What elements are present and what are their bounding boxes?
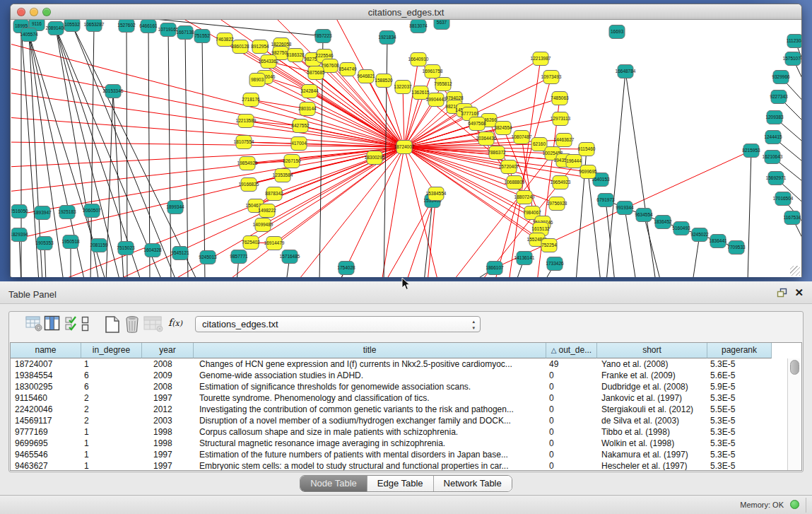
table-cell[interactable]: 1: [81, 358, 142, 370]
graph-edge[interactable]: [403, 87, 404, 147]
new-table-icon[interactable]: [103, 315, 122, 334]
table-cell[interactable]: 0: [546, 415, 597, 426]
graph-node[interactable]: 2060507: [83, 204, 101, 218]
table-cell[interactable]: 0: [546, 392, 597, 404]
graph-node[interactable]: 8427552: [291, 119, 310, 133]
graph-edge[interactable]: [404, 100, 436, 147]
graph-node[interactable]: 20153346: [103, 85, 124, 98]
table-cell[interactable]: 1: [81, 438, 142, 449]
graph-edge[interactable]: [606, 71, 625, 277]
table-row[interactable]: 2242004622012Investigating the contribut…: [11, 404, 772, 415]
graph-node[interactable]: 752254: [541, 239, 557, 252]
table-cell[interactable]: 9777169: [11, 426, 81, 438]
table-cell[interactable]: 1998: [142, 438, 194, 449]
table-cell[interactable]: 0: [546, 404, 597, 415]
graph-node[interactable]: 14463627: [554, 134, 575, 147]
graph-edge[interactable]: [72, 25, 177, 277]
table-cell[interactable]: Wolkin et al. (1998): [597, 438, 707, 449]
graph-node[interactable]: 1167534: [784, 211, 801, 225]
network-window[interactable]: citations_edges.txt 18995911620891406105…: [10, 4, 802, 277]
table-cell[interactable]: 2009: [142, 370, 194, 381]
table-cell[interactable]: 6: [81, 370, 142, 381]
graph-node[interactable]: 15716485: [280, 250, 300, 264]
graph-edge[interactable]: [404, 59, 418, 147]
graph-node[interactable]: 6466161: [139, 20, 158, 33]
graph-node[interactable]: 1921834: [378, 31, 396, 45]
network-canvas[interactable]: 1899591162089140610553210653287152760264…: [11, 20, 801, 277]
table-row[interactable]: 1872400712008Changes of HCN gene express…: [11, 358, 772, 370]
graph-node[interactable]: 9646821: [357, 70, 375, 83]
graph-edge[interactable]: [748, 151, 751, 277]
graph-node[interactable]: 8878342: [265, 187, 283, 201]
table-cell[interactable]: Hescheler et al. (1997): [597, 460, 707, 471]
graph-node[interactable]: 1754028: [337, 262, 355, 275]
graph-node[interactable]: 2803144: [298, 103, 317, 116]
table-cell[interactable]: 5.6E-5: [707, 370, 772, 381]
graph-node[interactable]: 2718176: [242, 93, 260, 107]
window-titlebar[interactable]: citations_edges.txt: [11, 4, 801, 20]
graph-node[interactable]: 17016504: [773, 192, 794, 206]
table-cell[interactable]: 5.3E-5: [707, 460, 772, 471]
table-cell[interactable]: 0: [546, 426, 597, 438]
table-cell[interactable]: 0: [546, 381, 597, 392]
graph-edge[interactable]: [11, 147, 404, 167]
column-header-title[interactable]: title: [194, 343, 546, 358]
table-cell[interactable]: 9115460: [11, 392, 81, 404]
graph-node[interactable]: 16961758: [423, 65, 443, 78]
graph-node[interactable]: 3242844: [300, 85, 319, 98]
table-select-dropdown[interactable]: citations_edges.txt ▴▾: [195, 316, 481, 332]
network-graph[interactable]: 1899591162089140610553210653287152760264…: [11, 20, 801, 277]
graph-node[interactable]: 10653287: [84, 20, 105, 32]
graph-node[interactable]: 19854925: [237, 157, 258, 170]
graph-node[interactable]: 10973493: [541, 71, 562, 84]
table-cell[interactable]: 1997: [142, 392, 194, 404]
table-cell[interactable]: Structural magnetic resonance image aver…: [194, 438, 546, 449]
graph-edge[interactable]: [11, 147, 404, 192]
graph-node[interactable]: 19166825: [239, 178, 259, 192]
graph-node[interactable]: 12213589: [236, 115, 257, 128]
table-cell[interactable]: 1997: [142, 460, 194, 471]
graph-node[interactable]: 8813074: [409, 20, 428, 33]
graph-node[interactable]: 1667138: [176, 26, 194, 40]
function-builder-icon[interactable]: f(x): [168, 317, 182, 328]
table-cell[interactable]: 49: [546, 358, 597, 370]
graph-node[interactable]: 19904443: [426, 93, 447, 107]
graph-node[interactable]: 1866107: [486, 262, 504, 275]
graph-node[interactable]: 5875685: [307, 66, 325, 80]
table-cell[interactable]: 5.3E-5: [707, 358, 772, 370]
graph-node[interactable]: 5637: [434, 20, 449, 30]
table-row[interactable]: 977716911998Corpus callosum shape and si…: [11, 426, 772, 438]
graph-node[interactable]: 8186328: [286, 49, 305, 62]
table-cell[interactable]: 0: [546, 449, 597, 460]
table-cell[interactable]: 2: [81, 404, 142, 415]
graph-node[interactable]: 7625402: [242, 236, 260, 250]
graph-node[interactable]: 98903: [249, 74, 265, 87]
graph-node[interactable]: 9245013: [199, 251, 217, 264]
table-cell[interactable]: 18300295: [11, 381, 81, 392]
table-cell[interactable]: Yano et al. (2008): [597, 358, 707, 370]
graph-node[interactable]: 7515023: [117, 242, 135, 255]
graph-node[interactable]: 1588520: [375, 74, 393, 88]
graph-node[interactable]: 3824554: [494, 122, 512, 135]
table-settings-icon[interactable]: [25, 315, 43, 332]
graph-node[interactable]: 8267150: [283, 155, 301, 168]
graph-node[interactable]: 9857771: [230, 250, 248, 264]
table-cell[interactable]: 1: [81, 449, 142, 460]
graph-node[interactable]: 10807487: [512, 131, 532, 144]
table-cell[interactable]: 14569117: [11, 415, 81, 426]
graph-node[interactable]: 8215953: [742, 144, 760, 158]
graph-node[interactable]: 16543362: [259, 55, 279, 69]
graph-node[interactable]: 1950518: [61, 235, 80, 249]
graph-node[interactable]: 18300295: [365, 151, 385, 165]
graph-node[interactable]: 9115460: [578, 143, 596, 156]
node-table[interactable]: namein_degreeyeartitle△out_de...shortpag…: [10, 342, 802, 471]
table-cell[interactable]: 5.3E-5: [707, 449, 772, 460]
graph-node[interactable]: 15720407: [499, 160, 519, 174]
vertical-scrollbar[interactable]: [787, 358, 801, 470]
graph-node[interactable]: 16210643: [763, 151, 783, 164]
graph-node[interactable]: 7485063: [551, 92, 569, 105]
table-cell[interactable]: 18724007: [11, 358, 81, 370]
graph-node[interactable]: 2516050: [11, 205, 28, 218]
table-cell[interactable]: 9463627: [11, 460, 81, 471]
graph-node[interactable]: 15751074: [783, 52, 801, 66]
